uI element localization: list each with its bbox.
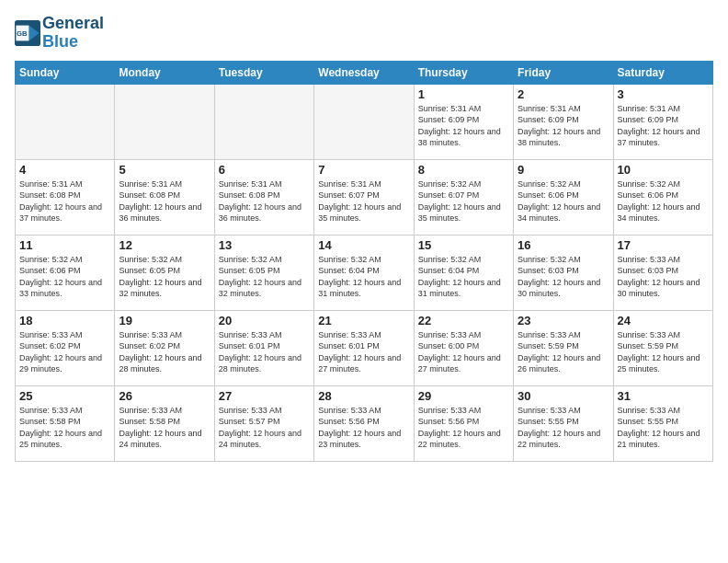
day-info: Sunrise: 5:33 AMSunset: 5:59 PMDaylight:…	[518, 329, 609, 375]
day-info: Sunrise: 5:31 AMSunset: 6:08 PMDaylight:…	[119, 178, 210, 224]
day-info: Sunrise: 5:33 AMSunset: 6:00 PMDaylight:…	[418, 329, 509, 375]
day-number: 31	[618, 389, 709, 403]
day-cell: 25Sunrise: 5:33 AMSunset: 5:58 PMDayligh…	[16, 385, 115, 461]
day-number: 29	[418, 389, 509, 403]
logo: GB GeneralBlue	[15, 15, 104, 52]
day-info: Sunrise: 5:33 AMSunset: 5:58 PMDaylight:…	[19, 405, 110, 451]
day-info: Sunrise: 5:33 AMSunset: 6:03 PMDaylight:…	[618, 254, 709, 300]
day-info: Sunrise: 5:31 AMSunset: 6:09 PMDaylight:…	[518, 103, 609, 149]
weekday-header-saturday: Saturday	[613, 61, 712, 84]
day-cell: 8Sunrise: 5:32 AMSunset: 6:07 PMDaylight…	[414, 159, 513, 235]
weekday-header-tuesday: Tuesday	[214, 61, 313, 84]
day-number: 19	[119, 314, 210, 327]
day-info: Sunrise: 5:33 AMSunset: 6:02 PMDaylight:…	[19, 329, 110, 375]
day-info: Sunrise: 5:31 AMSunset: 6:09 PMDaylight:…	[618, 103, 709, 149]
day-number: 6	[219, 163, 310, 177]
logo-text: GeneralBlue	[42, 15, 104, 52]
day-cell: 26Sunrise: 5:33 AMSunset: 5:58 PMDayligh…	[115, 385, 214, 461]
day-info: Sunrise: 5:33 AMSunset: 6:01 PMDaylight:…	[318, 329, 409, 375]
week-row-5: 25Sunrise: 5:33 AMSunset: 5:58 PMDayligh…	[16, 385, 713, 461]
day-number: 13	[219, 238, 310, 252]
weekday-header-wednesday: Wednesday	[314, 61, 414, 84]
day-cell: 2Sunrise: 5:31 AMSunset: 6:09 PMDaylight…	[514, 84, 613, 159]
calendar-header: GB GeneralBlue	[15, 15, 713, 52]
day-number: 15	[418, 238, 509, 252]
day-cell: 3Sunrise: 5:31 AMSunset: 6:09 PMDaylight…	[613, 84, 712, 159]
day-cell: 28Sunrise: 5:33 AMSunset: 5:56 PMDayligh…	[314, 385, 414, 461]
day-info: Sunrise: 5:32 AMSunset: 6:06 PMDaylight:…	[518, 178, 609, 224]
day-info: Sunrise: 5:33 AMSunset: 5:58 PMDaylight:…	[119, 405, 210, 451]
weekday-header-monday: Monday	[115, 61, 214, 84]
week-row-1: 1Sunrise: 5:31 AMSunset: 6:09 PMDaylight…	[16, 84, 713, 159]
day-info: Sunrise: 5:32 AMSunset: 6:06 PMDaylight:…	[19, 254, 110, 300]
day-cell: 5Sunrise: 5:31 AMSunset: 6:08 PMDaylight…	[115, 159, 214, 235]
day-cell: 13Sunrise: 5:32 AMSunset: 6:05 PMDayligh…	[214, 235, 313, 310]
day-info: Sunrise: 5:32 AMSunset: 6:03 PMDaylight:…	[518, 254, 609, 300]
day-number: 11	[19, 238, 110, 252]
day-number: 1	[418, 87, 509, 101]
day-number: 12	[119, 238, 210, 252]
calendar-table: SundayMondayTuesdayWednesdayThursdayFrid…	[15, 61, 713, 462]
day-info: Sunrise: 5:33 AMSunset: 5:55 PMDaylight:…	[518, 405, 609, 451]
day-cell: 17Sunrise: 5:33 AMSunset: 6:03 PMDayligh…	[613, 235, 712, 310]
day-info: Sunrise: 5:32 AMSunset: 6:04 PMDaylight:…	[318, 254, 409, 300]
day-number: 20	[219, 314, 310, 327]
weekday-header-thursday: Thursday	[414, 61, 513, 84]
day-number: 22	[418, 314, 509, 327]
day-number: 18	[19, 314, 110, 327]
day-info: Sunrise: 5:32 AMSunset: 6:04 PMDaylight:…	[418, 254, 509, 300]
weekday-header-sunday: Sunday	[16, 61, 115, 84]
day-cell: 7Sunrise: 5:31 AMSunset: 6:07 PMDaylight…	[314, 159, 414, 235]
day-number: 2	[518, 87, 609, 101]
week-row-2: 4Sunrise: 5:31 AMSunset: 6:08 PMDaylight…	[16, 159, 713, 235]
day-info: Sunrise: 5:32 AMSunset: 6:05 PMDaylight:…	[219, 254, 310, 300]
day-cell: 4Sunrise: 5:31 AMSunset: 6:08 PMDaylight…	[16, 159, 115, 235]
weekday-header-friday: Friday	[514, 61, 613, 84]
day-info: Sunrise: 5:33 AMSunset: 6:02 PMDaylight:…	[119, 329, 210, 375]
day-cell	[115, 84, 214, 159]
week-row-4: 18Sunrise: 5:33 AMSunset: 6:02 PMDayligh…	[16, 310, 713, 385]
calendar-container: GB GeneralBlue SundayMondayTuesdayWednes…	[0, 0, 728, 563]
day-number: 26	[119, 389, 210, 403]
day-info: Sunrise: 5:33 AMSunset: 5:55 PMDaylight:…	[618, 405, 709, 451]
day-number: 16	[518, 238, 609, 252]
day-number: 10	[618, 163, 709, 177]
day-cell: 23Sunrise: 5:33 AMSunset: 5:59 PMDayligh…	[514, 310, 613, 385]
logo-icon: GB	[15, 20, 40, 46]
day-info: Sunrise: 5:31 AMSunset: 6:07 PMDaylight:…	[318, 178, 409, 224]
day-info: Sunrise: 5:33 AMSunset: 5:56 PMDaylight:…	[418, 405, 509, 451]
day-number: 23	[518, 314, 609, 327]
day-info: Sunrise: 5:33 AMSunset: 5:57 PMDaylight:…	[219, 405, 310, 451]
day-info: Sunrise: 5:31 AMSunset: 6:09 PMDaylight:…	[418, 103, 509, 149]
day-cell: 12Sunrise: 5:32 AMSunset: 6:05 PMDayligh…	[115, 235, 214, 310]
day-info: Sunrise: 5:32 AMSunset: 6:06 PMDaylight:…	[618, 178, 709, 224]
day-cell: 22Sunrise: 5:33 AMSunset: 6:00 PMDayligh…	[414, 310, 513, 385]
day-cell: 29Sunrise: 5:33 AMSunset: 5:56 PMDayligh…	[414, 385, 513, 461]
day-cell: 9Sunrise: 5:32 AMSunset: 6:06 PMDaylight…	[514, 159, 613, 235]
day-number: 5	[119, 163, 210, 177]
day-cell: 16Sunrise: 5:32 AMSunset: 6:03 PMDayligh…	[514, 235, 613, 310]
day-number: 30	[518, 389, 609, 403]
day-cell: 20Sunrise: 5:33 AMSunset: 6:01 PMDayligh…	[214, 310, 313, 385]
day-cell: 27Sunrise: 5:33 AMSunset: 5:57 PMDayligh…	[214, 385, 313, 461]
day-cell: 31Sunrise: 5:33 AMSunset: 5:55 PMDayligh…	[613, 385, 712, 461]
day-info: Sunrise: 5:33 AMSunset: 6:01 PMDaylight:…	[219, 329, 310, 375]
day-cell: 10Sunrise: 5:32 AMSunset: 6:06 PMDayligh…	[613, 159, 712, 235]
day-info: Sunrise: 5:33 AMSunset: 5:56 PMDaylight:…	[318, 405, 409, 451]
day-cell: 1Sunrise: 5:31 AMSunset: 6:09 PMDaylight…	[414, 84, 513, 159]
day-cell: 30Sunrise: 5:33 AMSunset: 5:55 PMDayligh…	[514, 385, 613, 461]
day-info: Sunrise: 5:31 AMSunset: 6:08 PMDaylight:…	[19, 178, 110, 224]
day-cell	[16, 84, 115, 159]
day-number: 21	[318, 314, 409, 327]
day-cell: 6Sunrise: 5:31 AMSunset: 6:08 PMDaylight…	[214, 159, 313, 235]
week-row-3: 11Sunrise: 5:32 AMSunset: 6:06 PMDayligh…	[16, 235, 713, 310]
svg-text:GB: GB	[17, 29, 28, 38]
day-number: 3	[618, 87, 709, 101]
day-number: 8	[418, 163, 509, 177]
day-number: 9	[518, 163, 609, 177]
day-cell: 24Sunrise: 5:33 AMSunset: 5:59 PMDayligh…	[613, 310, 712, 385]
day-number: 25	[19, 389, 110, 403]
day-cell: 18Sunrise: 5:33 AMSunset: 6:02 PMDayligh…	[16, 310, 115, 385]
day-number: 14	[318, 238, 409, 252]
day-cell	[214, 84, 313, 159]
